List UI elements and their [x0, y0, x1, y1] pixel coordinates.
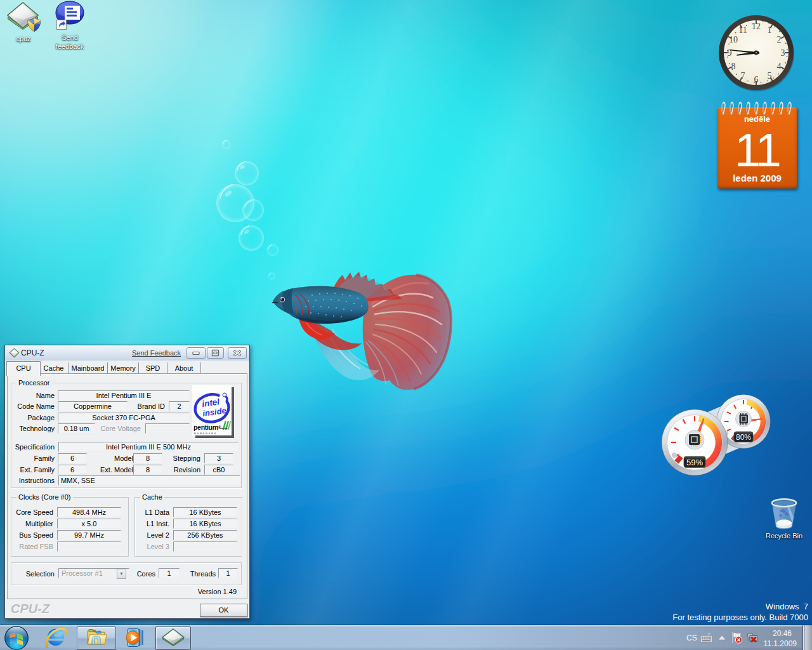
svg-text:2: 2	[777, 35, 782, 44]
svg-text:pentium®: pentium®	[193, 423, 221, 431]
svg-text:3: 3	[781, 48, 785, 58]
svg-text:4: 4	[777, 62, 782, 71]
svg-text:80%: 80%	[736, 433, 751, 442]
svg-text:59%: 59%	[686, 458, 703, 467]
svg-text:10: 10	[729, 35, 738, 44]
svg-text:11: 11	[738, 25, 747, 35]
svg-text:8: 8	[731, 62, 736, 71]
